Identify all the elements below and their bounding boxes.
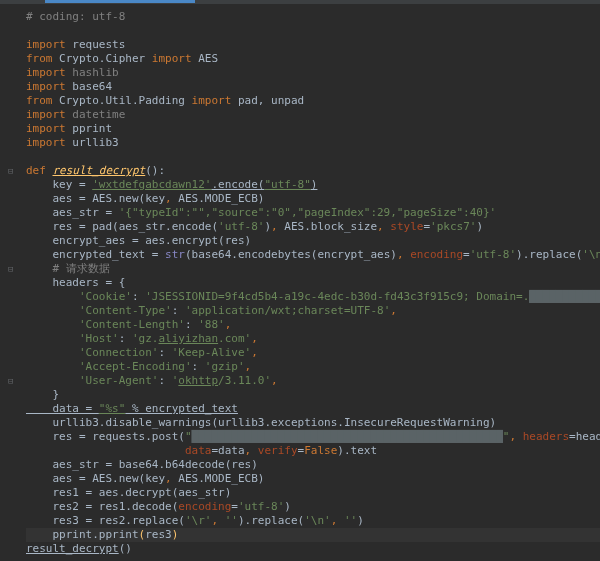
code-line: def result_decrypt(): xyxy=(26,164,600,178)
code-line: } xyxy=(26,388,600,402)
code-line: res = pad(aes_str.encode('utf-8'), AES.b… xyxy=(26,220,600,234)
code-line: 'Content-Type': 'application/wxt;charset… xyxy=(26,304,600,318)
code-line: import hashlib xyxy=(26,66,600,80)
code-line: aes_str = base64.b64decode(res) xyxy=(26,458,600,472)
code-line: data = "%s" % encrypted_text xyxy=(26,402,600,416)
code-line: data=data, verify=False).text xyxy=(26,444,600,458)
code-line: 'User-Agent': 'okhttp/3.11.0', xyxy=(26,374,600,388)
code-line: 'Connection': 'Keep-Alive', xyxy=(26,346,600,360)
code-line: import pprint xyxy=(26,122,600,136)
code-line: 'Content-Length': '88', xyxy=(26,318,600,332)
code-line: aes_str = '{"typeId":"","source":"0","pa… xyxy=(26,206,600,220)
code-line: import requests xyxy=(26,38,600,52)
gutter: ⊟ ⊟ ⊟ xyxy=(0,10,20,561)
fold-icon[interactable]: ⊟ xyxy=(8,374,13,388)
code-line: pprint.pprint(res3) xyxy=(26,528,600,542)
code-line: headers = { xyxy=(26,276,600,290)
code-line: result_decrypt() xyxy=(26,542,600,556)
fold-icon[interactable]: ⊟ xyxy=(8,164,13,178)
code-line: # 请求数据 xyxy=(26,262,600,276)
code-editor[interactable]: ⊟ ⊟ ⊟ # coding: utf-8 import requests fr… xyxy=(0,4,600,561)
code-line: res1 = aes.decrypt(aes_str) xyxy=(26,486,600,500)
code-line: from Crypto.Util.Padding import pad, unp… xyxy=(26,94,600,108)
code-line: 'Accept-Encoding': 'gzip', xyxy=(26,360,600,374)
code-line: import datetime xyxy=(26,108,600,122)
code-line: res2 = res1.decode(encoding='utf-8') xyxy=(26,500,600,514)
redacted-url: ████████████████████████████████████████… xyxy=(192,430,503,443)
code-line: res3 = res2.replace('\r', '').replace('\… xyxy=(26,514,600,528)
code-line: res = requests.post("███████████████████… xyxy=(26,430,600,444)
code-line: encrypted_text = str(base64.encodebytes(… xyxy=(26,248,600,262)
code-line: import base64 xyxy=(26,80,600,94)
code-line: urllib3.disable_warnings(urllib3.excepti… xyxy=(26,416,600,430)
code-line: encrypt_aes = aes.encrypt(res) xyxy=(26,234,600,248)
code-line: key = 'wxtdefgabcdawn12'.encode("utf-8") xyxy=(26,178,600,192)
code-line: 'Host': 'gz.aliyizhan.com', xyxy=(26,332,600,346)
fold-icon[interactable]: ⊟ xyxy=(8,262,13,276)
active-tab-indicator[interactable] xyxy=(45,0,195,3)
code-line: import urllib3 xyxy=(26,136,600,150)
code-line: from Crypto.Cipher import AES xyxy=(26,52,600,66)
code-line: # coding: utf-8 xyxy=(26,10,600,24)
code-line: 'Cookie': 'JSESSIONID=9f4cd5b4-a19c-4edc… xyxy=(26,290,600,304)
code-line: aes = AES.new(key, AES.MODE_ECB) xyxy=(26,472,600,486)
code-line: aes = AES.new(key, AES.MODE_ECB) xyxy=(26,192,600,206)
redacted-domain: █████████████ xyxy=(529,290,600,303)
